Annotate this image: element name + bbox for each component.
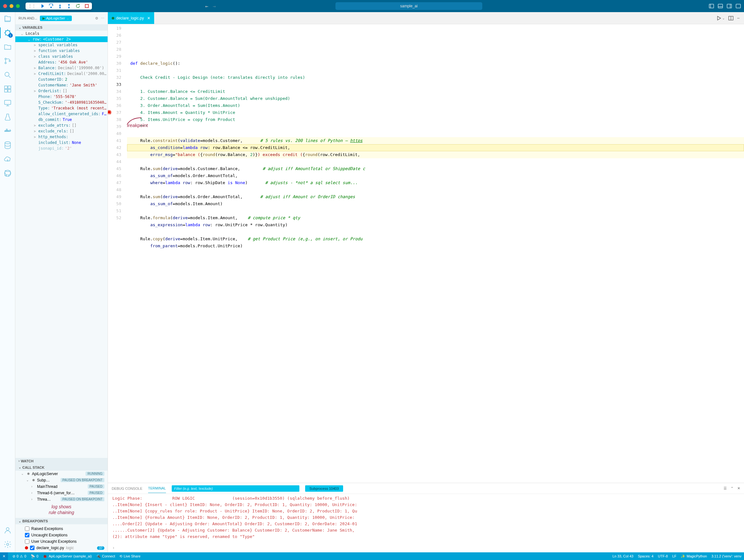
variable-item[interactable]: >class variables: [15, 53, 108, 59]
code-editor[interactable]: 1926272829303132333435363738394041424344…: [108, 24, 744, 483]
svg-rect-14: [8, 86, 11, 89]
panel-right-icon[interactable]: [727, 3, 732, 9]
close-icon[interactable]: ✕: [147, 16, 150, 21]
variable-item[interactable]: >exclude_rels: []: [15, 128, 108, 134]
stop-icon[interactable]: [84, 3, 89, 9]
remote-icon[interactable]: [3, 99, 12, 107]
status-liveshare[interactable]: ⟲ Live Share: [119, 554, 141, 558]
cloud-icon[interactable]: [3, 155, 12, 163]
variable-item[interactable]: S_CheckSum: '-491809811635040…: [15, 100, 108, 105]
svg-point-24: [6, 527, 9, 530]
minimize-window[interactable]: [9, 4, 13, 8]
list-icon[interactable]: ☰: [723, 486, 727, 490]
variable-item[interactable]: >CreditLimit: Decimal('2000.00…: [15, 71, 108, 77]
extensions-icon[interactable]: [3, 85, 12, 93]
run-file-icon[interactable]: [716, 15, 721, 21]
variable-item[interactable]: >special variables: [15, 42, 108, 48]
variable-item[interactable]: Type: 'Traceback (most recent…: [15, 105, 108, 111]
callstack-item[interactable]: ⌄✸Subp…PAUSED ON BREAKPOINT: [15, 477, 108, 483]
variable-item[interactable]: Phone: '555-5678': [15, 94, 108, 100]
breakpoints-section-header[interactable]: ⌄BREAKPOINTS: [15, 518, 108, 524]
variable-item[interactable]: CustomerName: 'Jane Smith': [15, 82, 108, 88]
step-over-icon[interactable]: [48, 3, 53, 9]
locals-scope[interactable]: ⌄Locals: [15, 31, 108, 36]
step-out-icon[interactable]: [66, 3, 72, 9]
variable-item[interactable]: >exclude_attrs: []: [15, 122, 108, 128]
close-window[interactable]: [3, 4, 7, 8]
variable-item[interactable]: jsonapi_id: '2': [15, 146, 108, 151]
dropdown-icon[interactable]: ⌄: [722, 16, 724, 20]
variable-item[interactable]: Address: '456 Oak Ave': [15, 59, 108, 65]
panel-bottom-icon[interactable]: [718, 3, 723, 9]
remote-indicator[interactable]: ✕: [0, 552, 8, 560]
accounts-icon[interactable]: [3, 526, 12, 534]
debug-console-output[interactable]: Logic Phase: ROW LOGIC (session=0x10d1b3…: [108, 494, 744, 544]
panel-left-icon[interactable]: [709, 3, 714, 9]
layout-icon[interactable]: [736, 3, 741, 9]
variable-item[interactable]: >Balance: Decimal('199900.00'): [15, 65, 108, 71]
chevron-up-icon[interactable]: ⌃: [731, 486, 734, 490]
folder-icon[interactable]: [3, 43, 12, 51]
status-spaces[interactable]: Spaces: 4: [638, 554, 653, 558]
callstack-item[interactable]: ⌄✸ApiLogicServerRUNNING: [15, 471, 108, 477]
subprocess-badge[interactable]: Subprocess 10403: [305, 485, 343, 492]
status-ports[interactable]: 📡 0: [31, 554, 38, 558]
callstack-section-header[interactable]: ⌄CALL STACK: [15, 464, 108, 471]
variable-row-selected[interactable]: ⌄row: <Customer 2>: [15, 36, 108, 42]
breakpoint-item[interactable]: User Uncaught Exceptions: [15, 538, 108, 545]
restart-icon[interactable]: [75, 3, 80, 9]
status-position[interactable]: Ln 33, Col 43: [612, 554, 633, 558]
breakpoint-item[interactable]: Raised Exceptions: [15, 526, 108, 532]
callstack-item[interactable]: ›Thread-6 (serve_for…PAUSED: [15, 490, 108, 496]
variable-item[interactable]: allow_client_generated_ids: F…: [15, 111, 108, 117]
nav-forward-icon[interactable]: →: [213, 3, 216, 9]
database-icon[interactable]: [3, 141, 12, 149]
status-python[interactable]: 3.11.2 ('venv': venv: [711, 554, 741, 558]
breakpoint-item[interactable]: Uncaught Exceptions: [15, 532, 108, 538]
explorer-icon[interactable]: [3, 15, 12, 23]
github-icon[interactable]: [3, 169, 12, 177]
status-encoding[interactable]: UTF-8: [658, 554, 668, 558]
variables-section-header[interactable]: ⌄VARIABLES: [15, 24, 108, 31]
tab-debug-console[interactable]: DEBUG CONSOLE: [112, 484, 142, 493]
close-panel-icon[interactable]: ✕: [737, 486, 740, 490]
breakpoint-item[interactable]: declare_logic.py logic37: [15, 545, 108, 551]
line-gutter[interactable]: 1926272829303132333435363738394041424344…: [108, 24, 127, 483]
variable-item[interactable]: included_list: None: [15, 140, 108, 146]
status-eol[interactable]: LF: [672, 554, 676, 558]
status-errors[interactable]: ⊘ 0 ⚠ 0: [12, 554, 26, 558]
variable-item[interactable]: >OrderList: []: [15, 88, 108, 94]
filter-input[interactable]: [172, 485, 299, 492]
more-icon[interactable]: ⋯: [101, 16, 104, 21]
tab-terminal[interactable]: TERMINAL: [148, 484, 166, 493]
run-config-selector[interactable]: ▶ApiLogicSer⌄: [40, 15, 72, 21]
source-control-icon[interactable]: [3, 57, 12, 65]
step-into-icon[interactable]: [58, 3, 63, 9]
more-actions-icon[interactable]: ⋯: [737, 16, 740, 21]
watch-section-header[interactable]: ›WATCH: [15, 458, 108, 464]
debug-console-input[interactable]: ›: [108, 544, 744, 552]
split-editor-icon[interactable]: [729, 15, 734, 21]
nav-back-icon[interactable]: ←: [205, 3, 209, 9]
gear-icon[interactable]: ⚙: [95, 16, 98, 21]
testing-icon[interactable]: [3, 113, 12, 121]
settings-icon[interactable]: [3, 540, 12, 549]
callstack-item[interactable]: ›MainThreadPAUSED: [15, 483, 108, 490]
tab-declare-logic[interactable]: declare_logic.py ✕: [108, 12, 154, 24]
debug-icon[interactable]: 1: [3, 29, 12, 37]
status-connect[interactable]: 🔌 Connect: [97, 554, 115, 558]
status-project[interactable]: 🐞 ApiLogicServer (sample_ai): [43, 554, 91, 558]
variable-item[interactable]: db_commit: True: [15, 117, 108, 122]
variable-item[interactable]: CustomerID: 2: [15, 77, 108, 82]
command-center[interactable]: sample_ai: [335, 2, 482, 10]
callstack-item[interactable]: ›Threa…PAUSED ON BREAKPOINT: [15, 496, 108, 502]
maximize-window[interactable]: [16, 4, 20, 8]
code-content[interactable]: breakpoint def declare_logic(): Check Cr…: [127, 24, 744, 483]
variable-item[interactable]: >http_methods:: [15, 134, 108, 140]
docker-icon[interactable]: [3, 127, 12, 135]
status-lang[interactable]: ✨ MagicPython: [681, 554, 707, 558]
search-icon[interactable]: [3, 71, 12, 79]
continue-icon[interactable]: [40, 3, 45, 9]
variable-item[interactable]: >function variables: [15, 48, 108, 53]
drag-handle-icon[interactable]: ⋮⋮: [28, 4, 36, 8]
